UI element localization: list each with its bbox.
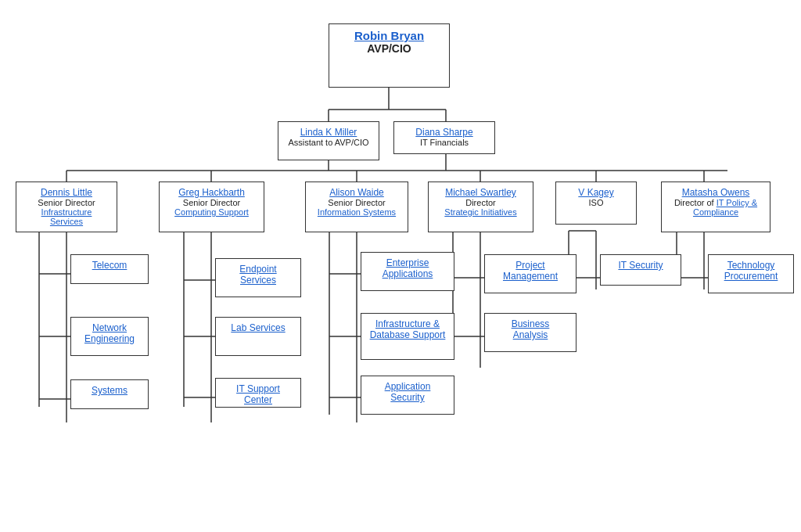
- project-mgmt-label: Project Management: [493, 260, 568, 282]
- infra-db-label: Infrastructure & Database Support: [369, 318, 446, 340]
- report-systems: Systems: [70, 379, 149, 409]
- report-infra-db: Infrastructure & Database Support: [361, 313, 454, 360]
- report-lab: Lab Services: [215, 317, 301, 356]
- linda-title: Assistant to AVP/CIO: [286, 138, 371, 147]
- tech-procurement-label: Technology Procurement: [717, 260, 785, 282]
- director-alison: Alison Waide Senior Director Information…: [305, 182, 408, 232]
- dennis-title: Senior Director: [24, 198, 109, 207]
- diana-name: Diana Sharpe: [402, 127, 487, 138]
- lab-label: Lab Services: [224, 322, 293, 333]
- director-vkagey: V Kagey ISO: [555, 182, 637, 225]
- report-enterprise-apps: Enterprise Applications: [361, 252, 454, 291]
- greg-title: Senior Director: [167, 198, 256, 207]
- michael-title: Director: [436, 198, 525, 207]
- it-security-label: IT Security: [609, 260, 673, 271]
- app-security-label: Application Security: [369, 381, 446, 403]
- dennis-name: Dennis Little: [24, 187, 109, 198]
- greg-dept: Computing Support: [167, 207, 256, 217]
- enterprise-apps-label: Enterprise Applications: [369, 257, 446, 279]
- report-project-mgmt: Project Management: [484, 254, 577, 293]
- report-tech-procurement: Technology Procurement: [708, 254, 794, 293]
- linda-name: Linda K Miller: [286, 127, 371, 138]
- report-biz-analysis: Business Analysis: [484, 313, 577, 352]
- org-chart: Robin Bryan AVP/CIO Linda K Miller Assis…: [0, 0, 801, 532]
- greg-name: Greg Hackbarth: [167, 187, 256, 198]
- report-it-security: IT Security: [600, 254, 681, 286]
- report-itsupport: IT Support Center: [215, 378, 301, 408]
- root-title: AVP/CIO: [337, 42, 441, 55]
- root-name: Robin Bryan: [337, 29, 441, 42]
- director-dennis: Dennis Little Senior Director Infrastruc…: [16, 182, 117, 232]
- michael-name: Michael Swartley: [436, 187, 525, 198]
- director-greg: Greg Hackbarth Senior Director Computing…: [159, 182, 264, 232]
- alison-title: Senior Director: [314, 198, 400, 207]
- alison-dept: Information Systems: [314, 207, 400, 217]
- director-matasha: Matasha Owens Director of IT Policy & Co…: [661, 182, 770, 232]
- endpoint-label: Endpoint Services: [224, 264, 293, 286]
- vkagey-title: ISO: [564, 198, 628, 207]
- michael-dept: Strategic Initiatives: [436, 207, 525, 217]
- diana-title: IT Financials: [402, 138, 487, 147]
- network-eng-label: Network Engineering: [79, 322, 140, 344]
- biz-analysis-label: Business Analysis: [493, 318, 568, 340]
- assistant-linda: Linda K Miller Assistant to AVP/CIO: [278, 121, 379, 160]
- matasha-name: Matasha Owens: [670, 187, 762, 198]
- report-endpoint: Endpoint Services: [215, 258, 301, 297]
- assistant-diana: Diana Sharpe IT Financials: [393, 121, 495, 154]
- telecom-label: Telecom: [79, 260, 140, 271]
- itsupport-label: IT Support Center: [224, 383, 293, 405]
- root-node: Robin Bryan AVP/CIO: [329, 23, 450, 88]
- director-michael: Michael Swartley Director Strategic Init…: [428, 182, 533, 232]
- alison-name: Alison Waide: [314, 187, 400, 198]
- matasha-title: Director of IT Policy & Compliance: [670, 198, 762, 217]
- systems-label: Systems: [79, 385, 140, 396]
- report-telecom: Telecom: [70, 254, 149, 284]
- report-network-eng: Network Engineering: [70, 317, 149, 356]
- dennis-dept: Infrastructure Services: [24, 207, 109, 226]
- vkagey-name: V Kagey: [564, 187, 628, 198]
- report-app-security: Application Security: [361, 376, 454, 415]
